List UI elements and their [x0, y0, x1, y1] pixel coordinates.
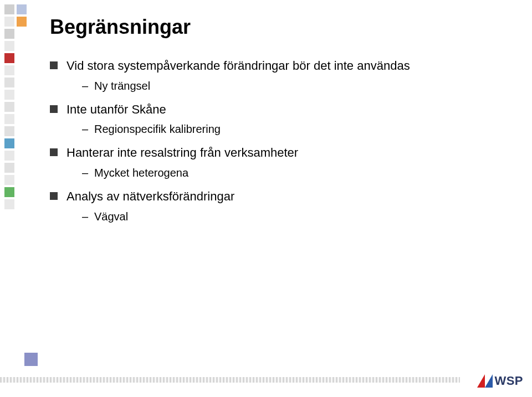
- wsp-logo: WSP: [477, 374, 523, 388]
- bullet-text: Analys av nätverksförändringar: [66, 189, 234, 203]
- decor-square: [4, 41, 14, 51]
- decor-square: [4, 138, 14, 148]
- bullet-item: Vid stora systempåverkande förändringar …: [50, 58, 510, 94]
- wsp-logo-text: WSP: [494, 374, 523, 388]
- bullet-list: Vid stora systempåverkande förändringar …: [50, 58, 510, 224]
- decor-square: [17, 4, 27, 14]
- bottom-stripe: [0, 377, 460, 383]
- svg-marker-1: [485, 374, 493, 388]
- decor-square: [4, 102, 14, 112]
- sub-bullet-item: Mycket heterogena: [82, 166, 510, 181]
- content-area: Begränsningar Vid stora systempåverkande…: [50, 16, 510, 232]
- bottom-bar: WSP: [0, 373, 532, 388]
- sub-list: Regionspecifik kalibrering: [82, 122, 510, 137]
- sub-list: Ny trängsel: [82, 79, 510, 94]
- decor-square: [17, 17, 27, 27]
- bullet-text: Vid stora systempåverkande förändringar …: [66, 59, 410, 73]
- bullet-text: Hanterar inte resalstring från verksamhe…: [66, 146, 298, 159]
- decor-square: [4, 187, 14, 197]
- decor-square: [4, 90, 14, 100]
- sub-list: Mycket heterogena: [82, 166, 510, 181]
- decor-square: [4, 65, 14, 75]
- slide: Begränsningar Vid stora systempåverkande…: [0, 0, 532, 397]
- sub-bullet-item: Ny trängsel: [82, 79, 510, 94]
- decor-square: [4, 126, 14, 136]
- svg-marker-0: [477, 374, 485, 388]
- wsp-logo-mark: [477, 374, 493, 388]
- decor-square: [4, 199, 14, 209]
- sub-bullet-item: Regionspecifik kalibrering: [82, 122, 510, 137]
- decor-square: [4, 163, 14, 173]
- decor-square: [4, 78, 14, 87]
- bullet-text: Inte utanför Skåne: [66, 102, 166, 116]
- decor-square: [4, 4, 14, 14]
- accent-square: [24, 353, 38, 366]
- decor-square: [4, 17, 14, 27]
- decor-square: [4, 53, 14, 63]
- sub-bullet-item: Vägval: [82, 209, 510, 224]
- decor-square: [4, 151, 14, 161]
- decor-square: [4, 29, 14, 39]
- left-decor-column: [0, 0, 27, 397]
- bullet-item: Hanterar inte resalstring från verksamhe…: [50, 145, 510, 181]
- page-title: Begränsningar: [50, 16, 510, 39]
- sub-list: Vägval: [82, 209, 510, 224]
- bullet-item: Analys av nätverksförändringarVägval: [50, 188, 510, 224]
- decor-square: [4, 114, 14, 124]
- bullet-item: Inte utanför SkåneRegionspecifik kalibre…: [50, 101, 510, 137]
- decor-square: [4, 175, 14, 185]
